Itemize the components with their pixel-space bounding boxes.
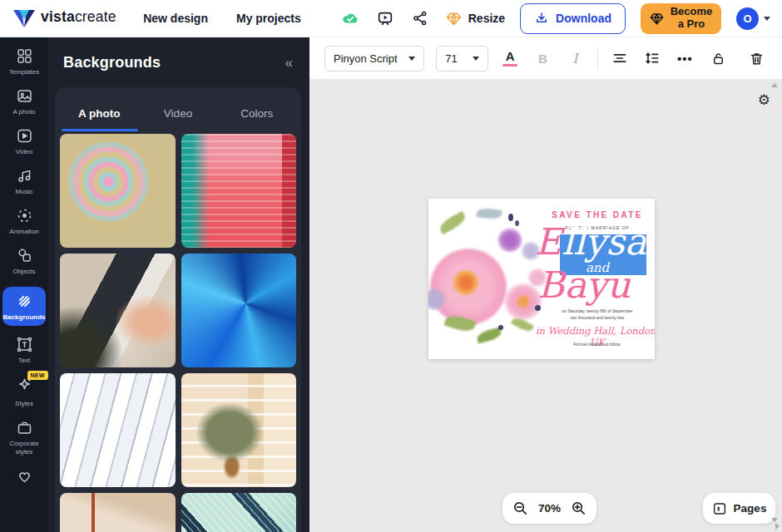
sidebar-item-backgrounds[interactable]: Backgrounds bbox=[2, 287, 46, 326]
zoom-level: 70% bbox=[538, 502, 561, 515]
lock-button[interactable] bbox=[707, 46, 729, 71]
card-name1-text[interactable]: Ellysa bbox=[528, 224, 653, 260]
delete-button[interactable] bbox=[745, 46, 767, 71]
left-rail: Templates A photo Video Music Animation … bbox=[0, 37, 48, 532]
toolbar-divider bbox=[597, 47, 598, 69]
brand-name: vistacreate. bbox=[41, 8, 118, 26]
page-settings-gear-icon[interactable]: ⚙ bbox=[758, 93, 770, 107]
sidebar-item-favorites[interactable] bbox=[0, 467, 48, 485]
sidebar-item-corporate-styles[interactable]: Corporate styles bbox=[0, 419, 48, 456]
bold-button[interactable]: B bbox=[532, 46, 553, 71]
animation-orbit-icon bbox=[16, 207, 33, 224]
card-footer-text[interactable]: Formal invitation to follow. bbox=[535, 342, 655, 347]
vistacreate-logo-icon bbox=[13, 8, 35, 28]
background-thumbnail[interactable] bbox=[60, 373, 176, 487]
sidebar-label: Animation bbox=[9, 228, 39, 236]
present-icon[interactable] bbox=[375, 8, 395, 28]
share-icon[interactable] bbox=[410, 8, 430, 28]
saved-cloud-check-icon bbox=[340, 8, 360, 28]
text-toolbar: Pinyon Script 71 A B I ••• bbox=[309, 37, 782, 80]
sidebar-item-text[interactable]: Text bbox=[0, 336, 48, 365]
zoom-out-button[interactable] bbox=[512, 500, 528, 516]
zoom-out-icon bbox=[512, 500, 528, 516]
sidebar-label: Styles bbox=[15, 400, 33, 408]
pages-button[interactable]: Pages bbox=[703, 493, 775, 524]
main-nav: New design My projects bbox=[143, 12, 301, 25]
active-tab-underline bbox=[62, 129, 138, 131]
chevron-down-icon bbox=[764, 17, 770, 21]
background-thumbnail[interactable] bbox=[60, 254, 176, 367]
app-window: vistacreate. New design My projects Resi… bbox=[0, 0, 782, 532]
download-button[interactable]: Download bbox=[520, 3, 626, 34]
align-center-icon bbox=[611, 50, 628, 66]
avatar[interactable]: O bbox=[736, 7, 759, 30]
background-thumbnail[interactable] bbox=[60, 134, 176, 248]
zoom-in-button[interactable] bbox=[571, 500, 586, 516]
sidebar-item-objects[interactable]: Objects bbox=[0, 247, 48, 276]
video-play-icon bbox=[16, 127, 33, 145]
font-size-select[interactable]: 71 bbox=[436, 46, 488, 71]
templates-grid-icon bbox=[16, 47, 33, 65]
sidebar-label: Templates bbox=[9, 68, 39, 76]
background-thumbnail[interactable] bbox=[181, 254, 297, 367]
collapse-panel-icon[interactable]: « bbox=[285, 56, 293, 70]
music-note-icon bbox=[16, 167, 33, 185]
trash-icon bbox=[749, 51, 765, 66]
background-thumbnail[interactable] bbox=[181, 493, 297, 532]
tab-colors[interactable]: Colors bbox=[217, 107, 296, 120]
selected-text: llysa bbox=[562, 220, 646, 263]
text-color-button[interactable]: A bbox=[500, 46, 521, 71]
nav-new-design[interactable]: New design bbox=[143, 12, 208, 25]
background-thumbnail[interactable] bbox=[60, 493, 176, 532]
backgrounds-panel: Backgrounds « A photo Video Colors bbox=[48, 37, 309, 532]
panel-body: A photo Video Colors bbox=[55, 87, 301, 532]
resize-button[interactable]: Resize bbox=[445, 10, 505, 27]
chevron-down-icon bbox=[408, 57, 415, 61]
more-options-button[interactable]: ••• bbox=[675, 46, 695, 71]
canvas-area[interactable]: ⚙ bbox=[309, 80, 782, 532]
design-page[interactable]: SAVE THE DATE FOR THE MARRIAGE OF Ellysa… bbox=[428, 199, 655, 359]
backgrounds-stripes-icon bbox=[16, 293, 33, 310]
background-thumbnail[interactable] bbox=[181, 373, 297, 487]
gem-icon bbox=[445, 10, 463, 27]
photo-icon bbox=[16, 87, 33, 105]
tab-video[interactable]: Video bbox=[139, 107, 218, 120]
account-menu[interactable]: O bbox=[736, 7, 770, 30]
scrollbar-right-arrow[interactable] bbox=[775, 523, 780, 530]
sidebar-item-music[interactable]: Music bbox=[0, 167, 48, 196]
background-thumbnail[interactable] bbox=[181, 134, 297, 248]
scrollbar-up-arrow[interactable] bbox=[771, 83, 778, 87]
zoom-in-icon bbox=[571, 500, 586, 516]
sidebar-item-templates[interactable]: Templates bbox=[0, 47, 48, 76]
sidebar-item-animation[interactable]: Animation bbox=[0, 207, 48, 236]
italic-button[interactable]: I bbox=[565, 46, 586, 71]
card-date-text[interactable]: on Saturday, twenty-fifth of Septembertw… bbox=[535, 308, 655, 321]
line-spacing-icon bbox=[644, 50, 661, 66]
chevron-down-icon bbox=[473, 57, 479, 61]
sidebar-item-styles[interactable]: NEW Styles bbox=[0, 376, 48, 408]
pro-gem-icon bbox=[649, 11, 665, 27]
scrollbar-down-arrow[interactable] bbox=[771, 518, 778, 522]
sidebar-label: Objects bbox=[12, 268, 35, 276]
card-name2-text[interactable]: Bayu bbox=[522, 267, 646, 303]
workspace: Pinyon Script 71 A B I ••• bbox=[309, 37, 782, 532]
panel-tabs: A photo Video Colors bbox=[60, 92, 296, 134]
new-badge: NEW bbox=[27, 371, 48, 380]
font-family-select[interactable]: Pinyon Script bbox=[324, 46, 424, 71]
sidebar-label: A photo bbox=[12, 108, 35, 116]
tab-a-photo[interactable]: A photo bbox=[60, 107, 139, 120]
vistacreate-logo[interactable]: vistacreate. bbox=[13, 8, 118, 28]
color-swatch bbox=[502, 64, 517, 67]
thumbnail-grid bbox=[60, 134, 296, 532]
sidebar-label: Backgrounds bbox=[2, 313, 45, 322]
pages-icon bbox=[712, 501, 727, 516]
sidebar-label: Music bbox=[16, 188, 33, 196]
sidebar-label: Text bbox=[18, 357, 31, 365]
sidebar-item-video[interactable]: Video bbox=[0, 127, 48, 156]
line-spacing-button[interactable] bbox=[642, 46, 663, 71]
objects-shapes-icon bbox=[16, 247, 33, 264]
nav-my-projects[interactable]: My projects bbox=[236, 12, 301, 25]
text-align-button[interactable] bbox=[610, 46, 631, 71]
sidebar-item-a-photo[interactable]: A photo bbox=[0, 87, 48, 116]
become-pro-button[interactable]: Become a Pro bbox=[641, 3, 721, 34]
